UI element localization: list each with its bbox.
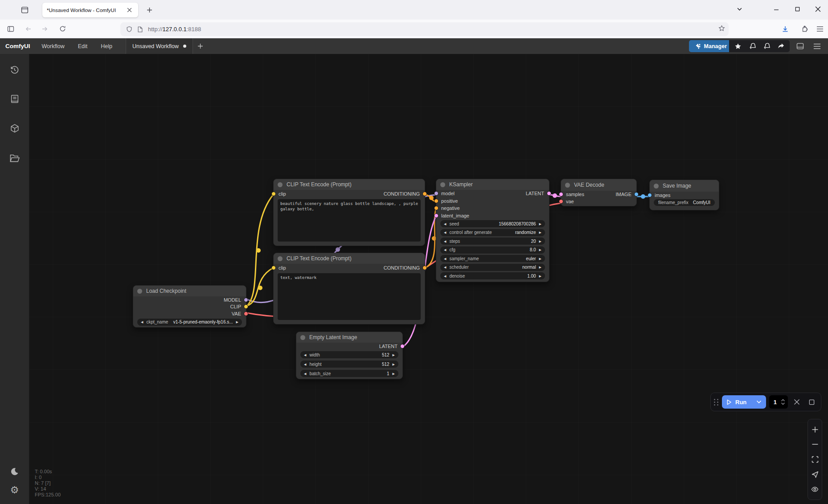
widget-right-arrow-icon[interactable]: ▶ <box>539 266 541 269</box>
model-library-icon[interactable] <box>5 119 24 138</box>
manager-button[interactable]: Manager <box>689 40 733 52</box>
comfyui-logo[interactable]: ComfyUI <box>5 43 30 49</box>
site-info-page-icon[interactable] <box>135 23 145 36</box>
samples-input-dot[interactable] <box>559 192 563 197</box>
menu-workflow[interactable]: Workflow <box>42 43 65 49</box>
browser-tab[interactable]: *Unsaved Workflow - ComfyUI <box>42 3 138 17</box>
seed-widget[interactable]: ◀seed156680208700286▶ <box>440 220 545 227</box>
theme-toggle-moon-icon[interactable] <box>5 462 24 481</box>
latent-image-input-dot[interactable] <box>434 213 439 218</box>
height-widget[interactable]: ◀height512▶ <box>300 361 398 368</box>
workflows-folder-icon[interactable] <box>5 148 24 167</box>
window-close-button[interactable] <box>808 0 828 18</box>
menu-help[interactable]: Help <box>101 43 112 49</box>
widget-left-arrow-icon[interactable]: ◀ <box>444 266 446 269</box>
url-bar[interactable]: http://127.0.0.1:8188 <box>120 22 729 36</box>
clip-input-dot[interactable] <box>271 266 276 270</box>
tab-close-icon[interactable] <box>125 6 134 15</box>
node-ksampler[interactable]: KSampler model LATENT positive negative … <box>436 179 549 282</box>
node-clip-text-encode-negative[interactable]: CLIP Text Encode (Prompt) clip CONDITION… <box>273 253 425 324</box>
model-output-dot[interactable] <box>244 298 248 302</box>
zoom-out-button[interactable] <box>809 438 821 450</box>
node-library-icon[interactable] <box>5 90 24 108</box>
stepper-down-icon[interactable] <box>781 402 785 405</box>
conditioning-output-dot[interactable] <box>422 192 427 196</box>
ckpt-name-widget[interactable]: ◀ ckpt_name v1-5-pruned-emaonly-fp16.s..… <box>137 319 242 326</box>
node-load-checkpoint[interactable]: Load Checkpoint MODEL CLIP VAE ◀ ckpt_na… <box>133 285 246 328</box>
bookmark-star-icon[interactable] <box>718 25 725 33</box>
collapse-dot-icon[interactable] <box>278 182 283 187</box>
widget-left-arrow-icon[interactable]: ◀ <box>444 248 446 251</box>
reload-button[interactable] <box>55 22 70 36</box>
node-clip-text-encode-positive[interactable]: CLIP Text Encode (Prompt) clip CONDITION… <box>273 179 425 246</box>
toggle-visibility-eye-button[interactable] <box>809 484 821 495</box>
widget-right-arrow-icon[interactable]: ▶ <box>539 248 541 251</box>
batch-size-widget[interactable]: ◀batch_size1▶ <box>300 370 398 377</box>
widget-right-arrow-icon[interactable]: ▶ <box>393 363 395 366</box>
share-arrow-icon[interactable] <box>774 41 788 52</box>
clear-queue-icon[interactable] <box>791 396 803 408</box>
browser-menu-hamburger-icon[interactable] <box>813 22 827 36</box>
cfg-widget[interactable]: ◀cfg8.0▶ <box>440 246 545 254</box>
node-empty-latent-image[interactable]: Empty Latent Image LATENT ◀width512▶ ◀he… <box>296 332 403 379</box>
workflow-tab[interactable]: Unsaved Workflow <box>126 38 193 54</box>
filename-prefix-widget[interactable]: filename_prefix ComfyUI <box>654 199 715 206</box>
collapse-dot-icon[interactable] <box>300 335 305 340</box>
denoise-widget[interactable]: ◀denoise1.00▶ <box>440 272 545 279</box>
comfy-menu-hamburger-icon[interactable] <box>810 41 824 52</box>
fit-view-button[interactable] <box>809 454 821 465</box>
control-after-generate-widget[interactable]: ◀control after generaterandomize▶ <box>440 229 545 236</box>
downloads-icon[interactable] <box>778 22 792 36</box>
scheduler-widget[interactable]: ◀schedulernormal▶ <box>440 264 545 271</box>
tracking-shield-icon[interactable] <box>124 23 135 36</box>
widget-left-arrow-icon[interactable]: ◀ <box>444 257 446 260</box>
collapse-dot-icon[interactable] <box>654 184 659 188</box>
width-widget[interactable]: ◀width512▶ <box>300 351 398 358</box>
clip-output-dot[interactable] <box>244 304 248 309</box>
positive-input-dot[interactable] <box>434 199 439 203</box>
latent-output-dot[interactable] <box>547 191 551 196</box>
run-button[interactable]: Run <box>722 395 766 409</box>
latent-output-dot[interactable] <box>400 344 405 348</box>
widget-right-arrow-icon[interactable]: ▶ <box>539 275 541 278</box>
menu-edit[interactable]: Edit <box>78 43 88 49</box>
new-workflow-button[interactable] <box>193 38 208 54</box>
collapse-dot-icon[interactable] <box>137 289 142 294</box>
window-maximize-button[interactable] <box>787 0 808 18</box>
steps-widget[interactable]: ◀steps20▶ <box>440 238 545 245</box>
zoom-in-button[interactable] <box>809 424 821 435</box>
graph-canvas[interactable]: ⚙ Load Checkpoint <box>0 54 828 504</box>
widget-left-arrow-icon[interactable]: ◀ <box>444 275 446 278</box>
queue-history-icon[interactable] <box>5 60 24 79</box>
widget-right-arrow-icon[interactable]: ▶ <box>539 222 541 225</box>
image-output-dot[interactable] <box>634 192 639 197</box>
widget-left-arrow-icon[interactable]: ◀ <box>444 231 446 234</box>
sidebar-toggle-icon[interactable] <box>4 22 18 36</box>
forward-button[interactable] <box>37 22 52 36</box>
widget-left-arrow-icon[interactable]: ◀ <box>304 372 306 375</box>
stop-square-icon[interactable] <box>806 396 817 408</box>
widget-left-arrow-icon[interactable]: ◀ <box>444 222 446 225</box>
node-save-image[interactable]: Save Image images filename_prefix ComfyU… <box>649 180 719 210</box>
conditioning-output-dot[interactable] <box>422 266 427 270</box>
widget-right-arrow-icon[interactable]: ▶ <box>393 372 395 375</box>
widget-right-arrow-icon[interactable]: ▶ <box>393 353 395 356</box>
prompt-textarea[interactable]: text, watermark <box>278 273 421 320</box>
batch-count-input[interactable]: 1 <box>769 395 788 409</box>
run-options-chevron-icon[interactable] <box>756 400 762 404</box>
vae-input-dot[interactable] <box>559 199 563 204</box>
clip-input-dot[interactable] <box>271 192 276 196</box>
widget-left-arrow-icon[interactable]: ◀ <box>304 363 306 366</box>
drag-handle-icon[interactable] <box>714 399 719 406</box>
widget-right-arrow-icon[interactable]: ▶ <box>539 240 541 243</box>
batch-count-steppers[interactable] <box>781 399 785 405</box>
widget-left-arrow-icon[interactable]: ◀ <box>444 240 446 243</box>
stepper-up-icon[interactable] <box>781 399 785 402</box>
prompt-textarea[interactable]: beautiful scenery nature glass bottle la… <box>278 199 421 242</box>
list-tabs-chevron-icon[interactable] <box>729 0 750 18</box>
negative-input-dot[interactable] <box>434 206 439 210</box>
window-minimize-button[interactable] <box>766 0 787 18</box>
new-tab-button[interactable] <box>143 4 156 16</box>
firefox-view-icon[interactable] <box>17 3 32 16</box>
collapse-dot-icon[interactable] <box>440 182 445 187</box>
